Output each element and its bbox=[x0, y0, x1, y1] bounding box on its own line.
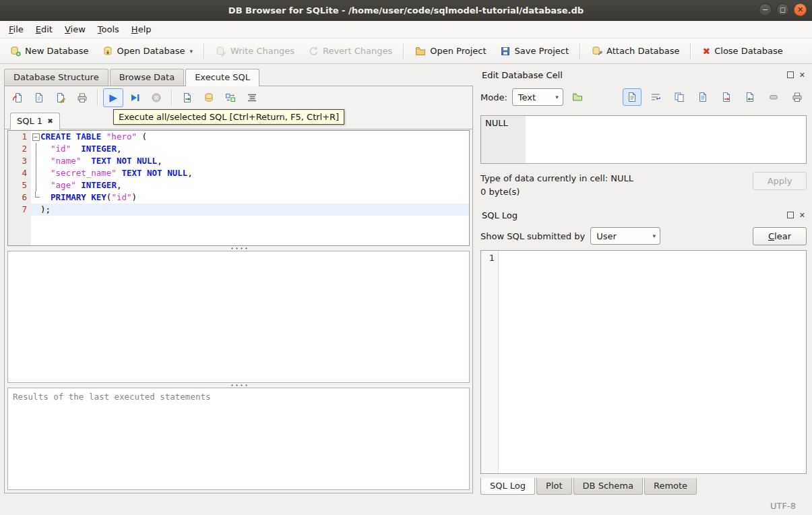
toolbar-separator bbox=[403, 43, 404, 59]
import-cell-button[interactable] bbox=[741, 88, 759, 106]
fold-marker-icon[interactable]: − bbox=[31, 131, 40, 143]
attach-database-icon bbox=[592, 46, 602, 57]
mode-value: Text bbox=[518, 92, 536, 102]
sql-editor[interactable]: 1−CREATE TABLE "hero" (2 "id" INTEGER,3 … bbox=[7, 130, 470, 246]
attach-database-button[interactable]: Attach Database bbox=[586, 42, 685, 60]
collapse-icon[interactable]: − bbox=[32, 133, 40, 141]
open-project-button[interactable]: Open Project bbox=[409, 42, 492, 60]
editor-line[interactable]: 1−CREATE TABLE "hero" ( bbox=[8, 131, 469, 143]
code-line[interactable]: CREATE TABLE "hero" ( bbox=[40, 131, 469, 143]
dock-float-icon[interactable] bbox=[787, 212, 794, 218]
save-sql-file-as-icon bbox=[55, 92, 66, 103]
sql-tab-label: SQL 1 bbox=[17, 116, 42, 126]
export-cell-button[interactable] bbox=[717, 88, 736, 106]
word-wrap-button[interactable] bbox=[646, 88, 665, 106]
editor-line[interactable]: 7); bbox=[8, 204, 469, 216]
close-database-button[interactable]: ✖ Close Database bbox=[696, 42, 788, 59]
tab-execute-sql[interactable]: Execute SQL bbox=[185, 69, 259, 86]
menu-bar: File Edit View Tools Help bbox=[0, 21, 812, 38]
clear-log-button[interactable]: Clear bbox=[753, 227, 807, 245]
editor-line[interactable]: 3 "name" TEXT NOT NULL, bbox=[8, 155, 469, 167]
print-cell-button[interactable] bbox=[788, 88, 807, 106]
format-sql-button[interactable] bbox=[242, 88, 262, 107]
menu-file[interactable]: File bbox=[3, 23, 30, 36]
sql-document-tab[interactable]: SQL 1 ✖ bbox=[10, 113, 60, 129]
toolbar-separator bbox=[97, 90, 98, 106]
code-line[interactable]: "name" TEXT NOT NULL, bbox=[40, 155, 469, 167]
encoding-indicator[interactable]: UTF-8 bbox=[770, 501, 796, 511]
sql-tab-close-icon[interactable]: ✖ bbox=[47, 118, 53, 125]
minimize-button[interactable]: − bbox=[759, 3, 772, 16]
log-filter-select[interactable]: User ▾ bbox=[590, 227, 660, 245]
editor-line[interactable]: 4 "secret_name" TEXT NOT NULL, bbox=[8, 167, 469, 179]
save-sql-file-button[interactable] bbox=[29, 88, 49, 107]
dock-tab-sql-log[interactable]: SQL Log bbox=[480, 478, 535, 495]
code-line[interactable]: PRIMARY KEY("id") bbox=[40, 191, 469, 204]
menu-help[interactable]: Help bbox=[125, 23, 158, 36]
close-button[interactable]: ✕ bbox=[794, 3, 807, 16]
code-line[interactable]: "age" INTEGER, bbox=[40, 179, 469, 191]
dock-buttons: ✕ bbox=[787, 212, 805, 219]
editor-splitter[interactable] bbox=[5, 246, 472, 251]
set-null-button[interactable] bbox=[764, 88, 783, 106]
cell-view-toolbar bbox=[623, 88, 807, 106]
database-button[interactable] bbox=[199, 88, 219, 107]
code-line[interactable]: "id" INTEGER, bbox=[40, 143, 469, 155]
results-splitter[interactable] bbox=[5, 383, 472, 388]
mode-select[interactable]: Text ▾ bbox=[512, 88, 563, 106]
title-bar[interactable]: DB Browser for SQLite - /home/user/code/… bbox=[0, 0, 812, 21]
copy-cell-button[interactable] bbox=[670, 88, 689, 106]
print-sql-button[interactable] bbox=[72, 88, 92, 107]
print-cell-icon bbox=[792, 92, 803, 102]
dock-float-icon[interactable] bbox=[787, 71, 794, 78]
mode-label: Mode: bbox=[480, 92, 507, 102]
revert-changes-icon bbox=[308, 46, 319, 57]
sql-toolbar: ▶ bbox=[5, 86, 472, 109]
save-project-button[interactable]: Save Project bbox=[494, 42, 575, 60]
save-cell-button[interactable] bbox=[693, 88, 712, 106]
line-number: 4 bbox=[8, 167, 31, 179]
open-database-button[interactable]: Open Database ▾ bbox=[96, 42, 199, 60]
open-database-dropdown-icon[interactable]: ▾ bbox=[189, 48, 193, 55]
tab-database-structure[interactable]: Database Structure bbox=[4, 69, 108, 86]
results-grid-pane[interactable] bbox=[7, 251, 470, 383]
cell-editor[interactable]: NULL bbox=[480, 115, 807, 164]
export-results-button[interactable] bbox=[177, 88, 197, 107]
word-wrap-icon bbox=[650, 92, 661, 102]
find-replace-button[interactable] bbox=[220, 88, 241, 107]
toolbar-separator bbox=[580, 43, 581, 59]
save-cell-icon bbox=[697, 92, 708, 102]
editor-line[interactable]: 5 "age" INTEGER, bbox=[8, 179, 469, 191]
dock-tab-plot[interactable]: Plot bbox=[536, 478, 572, 495]
import-cell-icon bbox=[745, 92, 755, 102]
execute-all-button[interactable]: ▶ bbox=[103, 88, 123, 107]
code-line[interactable]: "secret_name" TEXT NOT NULL, bbox=[40, 167, 469, 179]
editor-line[interactable]: 6 PRIMARY KEY("id") bbox=[8, 191, 469, 204]
dock-close-icon[interactable]: ✕ bbox=[799, 71, 805, 79]
execute-line-button[interactable] bbox=[125, 88, 145, 107]
app-window: DB Browser for SQLite - /home/user/code/… bbox=[0, 0, 812, 515]
line-number: 6 bbox=[8, 191, 31, 204]
edit-cell-toolbar: Mode: Text ▾ bbox=[480, 87, 807, 107]
open-sql-file-button[interactable] bbox=[7, 88, 28, 107]
dock-tab-db-schema[interactable]: DB Schema bbox=[573, 478, 643, 495]
editor-line[interactable]: 2 "id" INTEGER, bbox=[8, 143, 469, 155]
maximize-button[interactable]: ◻ bbox=[776, 3, 789, 16]
tab-browse-data[interactable]: Browse Data bbox=[110, 69, 185, 86]
menu-view[interactable]: View bbox=[59, 23, 92, 36]
copy-icon bbox=[674, 92, 685, 102]
save-sql-file-as-button[interactable] bbox=[51, 88, 71, 107]
dock-tab-remote[interactable]: Remote bbox=[644, 478, 697, 495]
text-mode-button[interactable] bbox=[623, 88, 642, 106]
line-number: 7 bbox=[8, 204, 31, 216]
menu-edit[interactable]: Edit bbox=[30, 23, 59, 36]
code-line[interactable]: ); bbox=[40, 204, 469, 216]
menu-tools[interactable]: Tools bbox=[92, 23, 125, 36]
new-database-button[interactable]: New Database bbox=[4, 42, 95, 60]
results-message-pane[interactable]: Results of the last executed statements bbox=[7, 388, 470, 490]
sql-log-view[interactable]: 1 bbox=[480, 250, 807, 474]
line-number: 5 bbox=[8, 179, 31, 191]
open-file-in-cell-button[interactable] bbox=[568, 88, 587, 106]
fold-guide bbox=[31, 191, 40, 204]
dock-close-icon[interactable]: ✕ bbox=[799, 212, 805, 219]
